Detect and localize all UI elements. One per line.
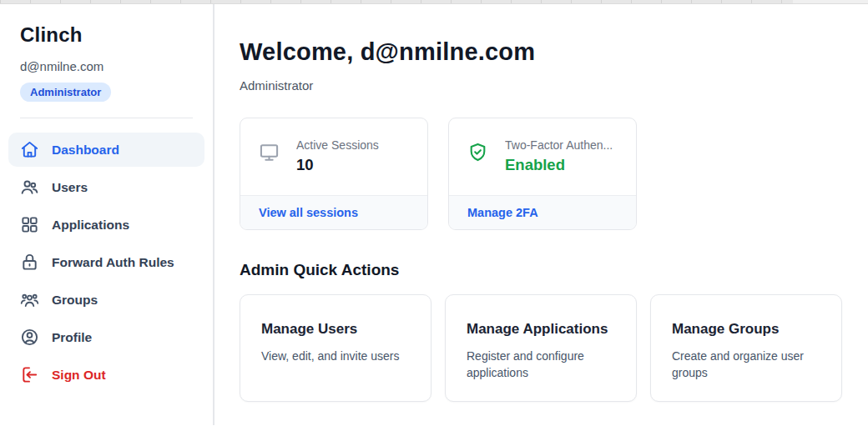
sidebar-item-label: Profile	[52, 330, 92, 345]
active-sessions-card: Active Sessions 10 View all sessions	[240, 118, 428, 230]
sidebar-item-applications[interactable]: Applications	[8, 208, 204, 242]
quick-actions-row: Manage Users View, edit, and invite user…	[240, 294, 842, 402]
user-email: d@nmilne.com	[0, 59, 213, 73]
two-factor-card-body: Two-Factor Authen... Enabled	[449, 118, 636, 195]
sidebar-nav: Dashboard Users Applications Forward Aut…	[0, 133, 213, 392]
shield-check-icon	[467, 142, 488, 163]
card-title: Manage Groups	[672, 321, 820, 338]
sidebar: Clinch d@nmilne.com Administrator Dashbo…	[0, 4, 214, 425]
main-content: Welcome, d@nmilne.com Administrator Acti…	[214, 4, 868, 425]
sidebar-item-dashboard[interactable]: Dashboard	[8, 133, 204, 167]
browser-edge-strip-right	[793, 0, 868, 3]
card-title: Manage Applications	[467, 321, 615, 338]
sidebar-item-label: Dashboard	[52, 143, 119, 158]
stat-card-footer: Manage 2FA	[449, 195, 636, 229]
lock-icon	[20, 253, 39, 272]
stat-text: Two-Factor Authen... Enabled	[505, 138, 613, 174]
stat-text: Active Sessions 10	[296, 138, 379, 174]
sidebar-divider	[20, 118, 193, 118]
sidebar-item-label: Users	[52, 180, 88, 195]
sidebar-item-sign-out[interactable]: Sign Out	[8, 358, 204, 392]
sidebar-item-label: Groups	[52, 293, 98, 308]
logout-icon	[20, 365, 39, 384]
active-sessions-card-body: Active Sessions 10	[240, 118, 427, 195]
manage-applications-card[interactable]: Manage Applications Register and configu…	[445, 294, 637, 402]
app-root: Clinch d@nmilne.com Administrator Dashbo…	[0, 4, 868, 425]
sidebar-item-label: Forward Auth Rules	[52, 255, 174, 270]
role-badge: Administrator	[20, 83, 111, 102]
sidebar-item-forward-auth-rules[interactable]: Forward Auth Rules	[8, 245, 204, 279]
card-description: Create and organize user groups	[672, 348, 820, 381]
users-icon	[20, 178, 39, 197]
app-logo: Clinch	[0, 23, 213, 47]
sidebar-item-label: Sign Out	[52, 368, 106, 383]
stat-cards-row: Active Sessions 10 View all sessions Two…	[240, 118, 842, 230]
manage-users-card[interactable]: Manage Users View, edit, and invite user…	[240, 294, 431, 402]
page-title: Welcome, d@nmilne.com	[240, 38, 842, 66]
sidebar-item-profile[interactable]: Profile	[8, 320, 204, 354]
home-icon	[20, 140, 39, 159]
manage-2fa-link[interactable]: Manage 2FA	[467, 206, 538, 219]
stat-label: Two-Factor Authen...	[505, 138, 613, 152]
stat-card-footer: View all sessions	[240, 195, 427, 229]
card-description: Register and configure applications	[467, 348, 615, 381]
role-badge-row: Administrator	[0, 83, 213, 102]
stat-value: 10	[296, 156, 379, 174]
two-factor-card: Two-Factor Authen... Enabled Manage 2FA	[448, 118, 637, 230]
sidebar-item-users[interactable]: Users	[8, 170, 204, 204]
stat-value: Enabled	[505, 156, 613, 174]
monitor-icon	[259, 142, 280, 163]
grid-icon	[20, 215, 39, 234]
manage-groups-card[interactable]: Manage Groups Create and organize user g…	[650, 294, 842, 402]
sidebar-item-label: Applications	[52, 218, 129, 233]
sidebar-item-groups[interactable]: Groups	[8, 283, 204, 317]
stat-label: Active Sessions	[296, 138, 379, 152]
profile-icon	[20, 328, 39, 347]
page-subtitle: Administrator	[240, 78, 842, 93]
card-description: View, edit, and invite users	[261, 348, 410, 364]
quick-actions-title: Admin Quick Actions	[240, 261, 842, 279]
view-all-sessions-link[interactable]: View all sessions	[259, 206, 358, 219]
browser-edge-strip	[0, 0, 868, 4]
user-group-icon	[20, 290, 39, 309]
card-title: Manage Users	[261, 321, 410, 338]
